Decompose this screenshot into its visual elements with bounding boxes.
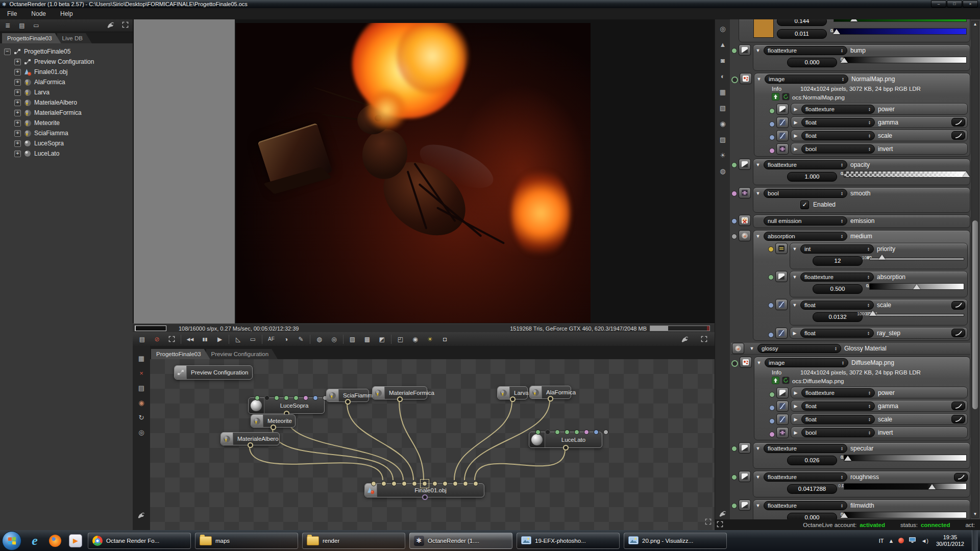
node-input-pin[interactable] xyxy=(255,395,260,400)
param-box-ray-step[interactable]: ▶float▲▼ray_step xyxy=(790,327,968,339)
tree-item-lucesopra[interactable]: +LuceSopra xyxy=(0,138,133,148)
graph-tab-progettofinale03[interactable]: ProgettoFinale03 xyxy=(151,349,210,359)
node-type-dropdown[interactable]: null emission▲▼ xyxy=(764,216,847,226)
slider-handle[interactable] xyxy=(928,484,936,489)
node-type-dropdown[interactable]: floattexture▲▼ xyxy=(764,160,847,169)
node-input-pin[interactable] xyxy=(293,395,299,400)
language-indicator[interactable]: IT xyxy=(879,538,884,544)
tree-item-materialealbero[interactable]: +MaterialeAlbero xyxy=(0,97,133,108)
collapsed-arrow-icon[interactable]: ▶ xyxy=(793,133,798,138)
panel-expand-icon[interactable] xyxy=(717,521,723,529)
save-node-icon[interactable]: ▤ xyxy=(136,383,147,393)
restart-render-icon[interactable]: ◀◀ xyxy=(183,333,198,345)
white-balance-picker-icon[interactable]: ◑ xyxy=(279,333,293,345)
param-box-power[interactable]: ▶floattexture▲▼power xyxy=(791,103,968,115)
expanded-arrow-icon[interactable]: ▼ xyxy=(755,446,761,451)
texture-node-icon[interactable] xyxy=(776,104,789,115)
collapsed-arrow-icon[interactable]: ▶ xyxy=(793,404,798,409)
node-output-pin[interactable] xyxy=(548,396,553,402)
expand-icon[interactable]: + xyxy=(14,130,21,137)
graph-node-lucesopra[interactable]: LuceSopra xyxy=(248,397,325,414)
graph-node-sciafiamma[interactable]: SciaFiamma xyxy=(326,389,369,402)
medium-category-icon[interactable]: ◍ xyxy=(717,166,728,176)
menu-help[interactable]: Help xyxy=(53,8,80,19)
expanded-arrow-icon[interactable]: ▼ xyxy=(755,234,761,239)
imager-category-icon[interactable]: ▦ xyxy=(717,87,728,97)
node-output-pin[interactable] xyxy=(510,396,516,402)
graph-node-larva[interactable]: Larva xyxy=(497,386,528,399)
image-node-icon[interactable] xyxy=(740,73,752,84)
expanded-arrow-icon[interactable]: ▼ xyxy=(755,191,761,196)
lock-resolution-icon[interactable]: ◘ xyxy=(437,333,452,345)
tab-live-db[interactable]: Live DB xyxy=(57,33,92,43)
node-type-dropdown[interactable]: absorption▲▼ xyxy=(764,232,847,241)
node-type-dropdown[interactable]: float▲▼ xyxy=(801,131,875,140)
environment-category-icon[interactable]: ◐ xyxy=(717,71,728,81)
slider-scale[interactable]: 0.01110010000 xyxy=(869,311,964,322)
curve-node-icon[interactable] xyxy=(776,414,789,425)
canvas-resize-grip-icon[interactable] xyxy=(705,518,712,527)
curve-node-icon[interactable] xyxy=(775,328,788,339)
layout-icon[interactable]: ▭ xyxy=(32,22,41,29)
collapsed-arrow-icon[interactable]: ▶ xyxy=(793,120,798,125)
tree-item-materialeformica[interactable]: +MaterialeFormica xyxy=(0,108,133,118)
graph-node-finale01-obj[interactable]: Finale01.obj xyxy=(364,483,484,497)
expand-icon[interactable]: + xyxy=(14,120,21,127)
slider-handle[interactable] xyxy=(833,29,840,34)
expand-icon[interactable]: + xyxy=(14,151,21,157)
color-value-field[interactable]: 0.144 xyxy=(777,19,827,26)
reload-image-icon[interactable] xyxy=(782,377,790,385)
texture-node-icon[interactable] xyxy=(739,44,751,56)
texture-node-icon[interactable] xyxy=(776,387,789,398)
response-curve-button[interactable] xyxy=(951,131,965,140)
tray-network-icon[interactable] xyxy=(909,537,916,544)
emission-node-icon[interactable] xyxy=(739,215,751,226)
param-box-scale[interactable]: ▶float▲▼scale xyxy=(791,130,968,141)
rendertarget-category-icon[interactable]: ◎ xyxy=(717,23,728,34)
node-input-pin[interactable] xyxy=(313,395,318,400)
medium-node-icon[interactable] xyxy=(739,230,751,241)
node-input-pin[interactable] xyxy=(371,481,376,486)
upload-image-icon[interactable] xyxy=(772,93,779,102)
alpha-channel-icon[interactable]: ▨ xyxy=(345,333,360,345)
node-input-pin[interactable] xyxy=(594,430,599,435)
node-input-pin[interactable] xyxy=(545,430,550,435)
taskbar-button-20-png-visualizz[interactable]: 20.png - Visualizz... xyxy=(624,533,727,549)
slider-handle[interactable] xyxy=(841,58,848,63)
collapse-windows-icon[interactable]: ▤ xyxy=(17,22,27,29)
int-node-icon[interactable] xyxy=(775,243,788,254)
collapsed-arrow-icon[interactable]: ▶ xyxy=(793,390,798,395)
color-swatch[interactable] xyxy=(753,19,774,38)
save-render-icon[interactable]: ▤ xyxy=(135,333,150,345)
image-node-icon[interactable] xyxy=(740,357,752,368)
node-input-pin[interactable] xyxy=(391,481,397,486)
node-input-pin[interactable] xyxy=(603,430,608,435)
sub-sampling-icon[interactable]: ◩ xyxy=(375,333,389,345)
medium-node-icon[interactable] xyxy=(732,343,744,354)
expand-icon[interactable]: + xyxy=(14,99,21,106)
alpha-shadows-icon[interactable]: ▩ xyxy=(360,333,375,345)
slider-color[interactable]: 00.20.40.60.81 xyxy=(834,28,967,39)
node-output-pin[interactable] xyxy=(563,445,569,450)
slider-specular[interactable]: 00.20.40.60.81 xyxy=(844,455,967,466)
node-input-pin[interactable] xyxy=(264,395,270,400)
taskbar-button-octane-render-fo[interactable]: Octane Render Fo... xyxy=(88,533,191,549)
emission-category-icon[interactable]: ☀ xyxy=(717,150,728,160)
tree-item-finale01-obj[interactable]: +Finale01.obj xyxy=(0,67,133,77)
slider-handle[interactable] xyxy=(850,19,857,21)
node-input-pin[interactable] xyxy=(443,481,448,486)
graph-node-meteorite[interactable]: Meteorite xyxy=(251,414,296,428)
quicklaunch-media-player-icon[interactable]: ▶ xyxy=(68,533,83,548)
node-input-pin[interactable] xyxy=(463,481,468,486)
expanded-arrow-icon[interactable]: ▼ xyxy=(792,303,797,308)
node-input-pin[interactable] xyxy=(412,481,417,486)
taskbar-button-maps[interactable]: maps xyxy=(195,533,298,549)
node-type-dropdown[interactable]: bool▲▼ xyxy=(801,428,875,437)
expand-icon[interactable]: + xyxy=(14,140,21,147)
node-output-pin[interactable] xyxy=(397,396,403,402)
graph-node-materialeformica[interactable]: MaterialeFormica xyxy=(372,386,427,399)
node-type-dropdown[interactable]: image▲▼ xyxy=(765,74,848,84)
node-output-pin[interactable] xyxy=(248,442,253,448)
value-field-priority[interactable]: 12 xyxy=(813,256,863,266)
node-input-pin[interactable] xyxy=(432,481,437,486)
